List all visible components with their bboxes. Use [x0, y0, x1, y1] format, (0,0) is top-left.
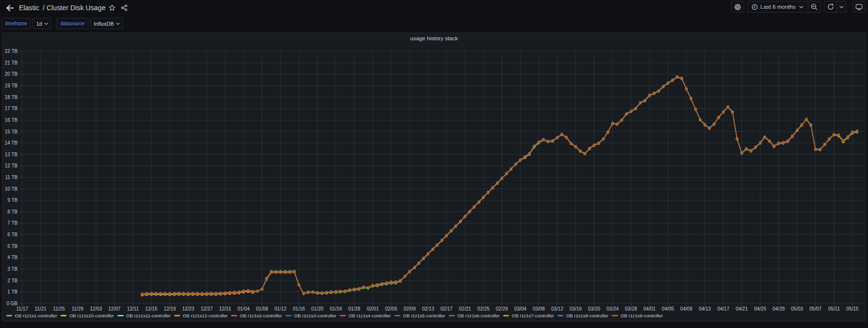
series-point: [316, 291, 319, 294]
series-point: [376, 284, 378, 286]
legend-series-swatch: [285, 315, 292, 317]
series-point: [662, 85, 665, 88]
legend-item[interactable]: OB r1z1s4-controller: [340, 312, 391, 319]
series-point: [528, 152, 531, 155]
series-point: [782, 142, 785, 144]
series-point: [192, 292, 194, 295]
variable-datasource-select[interactable]: InfluxDB: [90, 18, 123, 29]
y-axis-label: 13 TB: [5, 152, 18, 157]
y-axis-label: 2 TB: [7, 278, 17, 283]
series-point: [242, 290, 245, 292]
series-point: [261, 288, 263, 290]
series-point: [801, 124, 803, 126]
share-button[interactable]: [121, 4, 128, 11]
series-point: [574, 146, 577, 148]
legend-item[interactable]: OB r1z1s5-controller: [394, 312, 445, 319]
series-point: [681, 77, 683, 80]
y-axis-label: 16 TB: [5, 117, 18, 123]
y-axis-label: 1 TB: [7, 289, 17, 295]
series-line: [142, 77, 857, 294]
x-axis-label: 12/03: [90, 306, 102, 311]
series-point: [597, 142, 600, 145]
series-point: [468, 211, 471, 213]
x-axis-label: 02/01: [367, 306, 379, 311]
series-point: [441, 239, 443, 242]
legend-series-swatch: [449, 315, 455, 317]
series-point: [146, 292, 148, 295]
series-point: [814, 148, 817, 150]
legend-series-name: OB r1z1s1-controller: [15, 313, 57, 318]
usage-chart[interactable]: 0 GB1 TB2 TB3 TB4 TB5 TB6 TB7 TB8 TB9 TB…: [2, 33, 866, 311]
x-axis-label: 01/28: [348, 306, 360, 311]
y-axis-label: 8 TB: [7, 209, 17, 214]
legend-item[interactable]: OB r1z1s6-controller: [449, 312, 500, 319]
legend-item[interactable]: OB r1z1s10-controller: [61, 312, 114, 319]
y-axis-label: 3 TB: [7, 266, 17, 272]
cycle-view-mode-button[interactable]: [852, 1, 866, 13]
x-axis-label: 12/27: [200, 306, 213, 311]
legend-item[interactable]: OB r1z1s12-controller: [174, 312, 228, 319]
series-line: [142, 77, 857, 295]
x-axis-label: 01/20: [311, 306, 324, 311]
chevron-down-icon: [799, 5, 803, 9]
series-point: [229, 291, 231, 294]
series-point: [141, 293, 143, 295]
x-axis-label: 04/25: [754, 306, 766, 311]
series-point: [367, 286, 369, 289]
series-point: [362, 286, 365, 288]
x-axis-label: 12/23: [182, 306, 194, 311]
page-title: / Cluster Disk Usage: [43, 4, 106, 12]
refresh-interval-dropdown[interactable]: [837, 1, 846, 13]
series-point: [593, 144, 595, 147]
y-axis-label: 18 TB: [5, 95, 18, 100]
series-point: [251, 290, 254, 293]
dashboard-settings-button[interactable]: [731, 1, 744, 13]
zoom-out-button[interactable]: [808, 1, 821, 13]
legend-item[interactable]: OB r1z1s3-controller: [285, 312, 336, 319]
series-point: [284, 271, 286, 274]
series-point: [690, 97, 692, 99]
series-point: [551, 140, 554, 142]
legend-series-name: OB r1z1s5-controller: [403, 313, 445, 318]
series-point: [348, 289, 351, 291]
variable-datasource-value: InfluxDB: [94, 21, 114, 27]
legend-item[interactable]: OB r1z1s8-controller: [557, 312, 608, 319]
legend-item[interactable]: OB r1z1s11-controller: [117, 312, 171, 319]
series-point: [459, 220, 461, 223]
zoom-out-icon: [811, 3, 818, 10]
legend-item[interactable]: OB r1z1s2-controller: [231, 312, 282, 319]
x-axis-label: 11/17: [16, 306, 29, 311]
series-point: [713, 123, 715, 125]
x-axis-label: 01/24: [330, 306, 342, 311]
series-point: [358, 287, 360, 290]
time-range-picker[interactable]: Last 6 months: [747, 1, 808, 13]
y-axis-label: 19 TB: [5, 83, 18, 88]
breadcrumb-root[interactable]: Elastic: [19, 4, 39, 12]
breadcrumb: Elastic / Cluster Disk Usage: [19, 4, 106, 12]
series-point: [653, 92, 655, 95]
series-point: [621, 119, 623, 121]
x-axis-label: 05/07: [809, 306, 821, 311]
series-OB r1z1s6-controller: [141, 76, 858, 295]
series-point: [311, 291, 314, 293]
series-point: [727, 106, 729, 108]
x-axis-label: 03/16: [570, 306, 582, 311]
y-axis-label: 11 TB: [5, 175, 17, 180]
refresh-button[interactable]: [824, 1, 837, 13]
legend-item[interactable]: OB r1z1s1-controller: [6, 312, 57, 319]
variable-timeframe-select[interactable]: 1d: [33, 18, 50, 29]
legend-item[interactable]: OB r1z1s9-controller: [612, 312, 663, 319]
legend-series-swatch: [394, 315, 401, 317]
back-button[interactable]: [3, 1, 16, 14]
legend-item[interactable]: OB r1z1s7-controller: [503, 312, 554, 319]
series-point: [851, 131, 853, 133]
series-point: [796, 129, 798, 131]
series-point: [676, 76, 678, 78]
x-axis-label: 01/12: [275, 306, 287, 311]
series-OB r1z1s1-controller: [141, 76, 858, 295]
series-point: [791, 135, 794, 137]
series-point: [828, 138, 831, 140]
series-point: [339, 290, 342, 293]
favorite-button[interactable]: [109, 4, 115, 11]
series-OB r1z1s5-controller: [141, 76, 858, 295]
